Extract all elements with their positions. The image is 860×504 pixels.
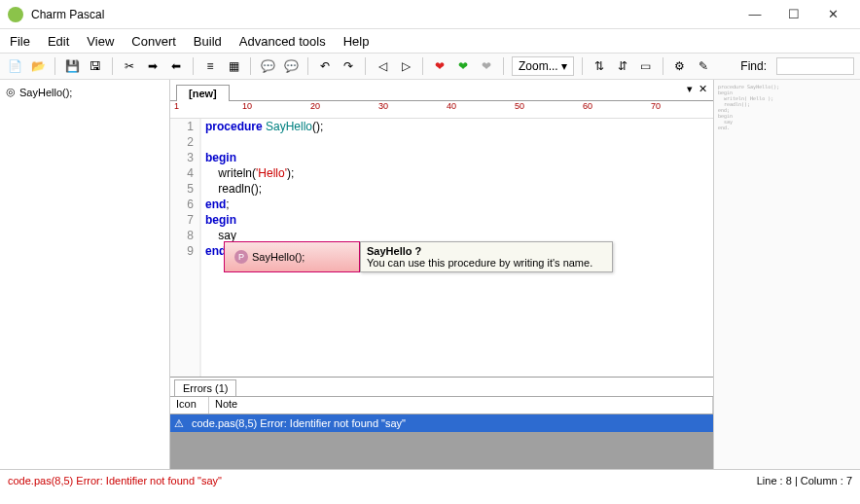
errors-col-note: Note: [209, 397, 713, 414]
statusbar: code.pas(8,5) Error: Identifier not foun…: [0, 469, 860, 490]
errors-panel: Errors (1) Icon Note ⚠ code.pas(8,5) Err…: [170, 377, 713, 469]
separator: [54, 57, 55, 75]
procedure-icon: ◎: [6, 86, 16, 98]
menu-convert[interactable]: Convert: [131, 34, 176, 49]
minimize-button[interactable]: —: [735, 1, 774, 28]
status-error: code.pas(8,5) Error: Identifier not foun…: [8, 475, 757, 486]
menu-advanced[interactable]: Advanced tools: [239, 34, 326, 49]
sort-asc-icon[interactable]: ⇅: [591, 57, 608, 75]
maximize-button[interactable]: ☐: [774, 1, 813, 28]
open-folder-icon[interactable]: 📂: [29, 57, 47, 75]
error-row[interactable]: ⚠ code.pas(8,5) Error: Identifier not fo…: [170, 414, 713, 432]
suggestion-item[interactable]: P SayHello();: [224, 241, 360, 272]
app-icon: [8, 7, 23, 22]
separator: [193, 57, 194, 75]
line-gutter: 123456789: [170, 119, 201, 377]
menubar: File Edit View Convert Build Advanced to…: [0, 29, 860, 53]
indent-icon[interactable]: ➡: [144, 57, 161, 75]
minimap[interactable]: procedure SayHello(); begin writeln( Hel…: [714, 80, 860, 469]
status-position: Line : 8 | Column : 7: [757, 475, 852, 486]
intellisense-tooltip: SayHello ? You can use this procedure by…: [360, 241, 613, 272]
error-note: code.pas(8,5) Error: Identifier not foun…: [192, 417, 406, 429]
comment-add-icon[interactable]: 💬: [259, 57, 276, 75]
tab-new[interactable]: [new]: [176, 85, 230, 101]
toolbar: 📄 📂 💾 🖫 ✂ ➡ ⬅ ≡ ▦ 💬 💬 ↶ ↷ ◁ ▷ ❤ ❤ ❤ Zoom…: [0, 53, 860, 80]
sidebar: ◎ SayHello();: [0, 80, 170, 469]
menu-edit[interactable]: Edit: [48, 34, 69, 49]
save-all-icon[interactable]: 🖫: [87, 57, 104, 75]
find-input[interactable]: [776, 57, 854, 75]
separator: [422, 57, 423, 75]
heart-green-icon[interactable]: ❤: [454, 57, 472, 75]
close-button[interactable]: ✕: [813, 1, 852, 28]
new-file-icon[interactable]: 📄: [6, 57, 23, 75]
menu-file[interactable]: File: [10, 34, 30, 49]
separator: [307, 57, 308, 75]
separator: [112, 57, 113, 75]
find-label: Find:: [740, 59, 767, 73]
heart-red-icon[interactable]: ❤: [431, 57, 448, 75]
separator: [582, 57, 583, 75]
cut-icon[interactable]: ✂: [121, 57, 138, 75]
separator: [663, 57, 663, 75]
sidebar-item-sayhello[interactable]: ◎ SayHello();: [6, 86, 163, 98]
ruler: 110203040506070: [170, 101, 713, 119]
window-icon[interactable]: ▭: [637, 57, 655, 75]
box-icon[interactable]: ▦: [225, 57, 242, 75]
edit-icon[interactable]: ✎: [695, 57, 712, 75]
outdent-icon[interactable]: ⬅: [167, 57, 185, 75]
menu-view[interactable]: View: [87, 34, 114, 49]
redo-icon[interactable]: ↷: [340, 57, 357, 75]
comment-remove-icon[interactable]: 💬: [282, 57, 300, 75]
heart-gray-icon[interactable]: ❤: [478, 57, 495, 75]
errors-tab[interactable]: Errors (1): [174, 379, 236, 396]
errors-col-icon: Icon: [170, 397, 209, 414]
list-icon[interactable]: ≡: [201, 57, 219, 75]
prev-icon[interactable]: ◁: [374, 57, 391, 75]
tab-close-icon[interactable]: ✕: [699, 83, 707, 95]
save-icon[interactable]: 💾: [63, 57, 81, 75]
separator: [250, 57, 251, 75]
separator: [503, 57, 504, 75]
sort-desc-icon[interactable]: ⇵: [614, 57, 631, 75]
menu-help[interactable]: Help: [343, 34, 370, 49]
sidebar-item-label: SayHello();: [19, 87, 72, 98]
separator: [365, 57, 366, 75]
settings-icon[interactable]: ⚙: [671, 57, 689, 75]
undo-icon[interactable]: ↶: [316, 57, 334, 75]
window-title: Charm Pascal: [31, 8, 735, 21]
editor-tabs: [new] ▾ ✕: [170, 80, 713, 101]
tooltip-title: SayHello ?: [367, 245, 606, 257]
menu-build[interactable]: Build: [194, 34, 222, 49]
tooltip-body: You can use this procedure by writing it…: [367, 257, 606, 269]
suggestion-label: SayHello();: [252, 251, 305, 263]
procedure-badge-icon: P: [234, 250, 248, 264]
next-icon[interactable]: ▷: [397, 57, 414, 75]
zoom-dropdown[interactable]: Zoom...▾: [512, 56, 574, 76]
tab-menu-icon[interactable]: ▾: [687, 83, 693, 95]
intellisense-popup: P SayHello(); SayHello ? You can use thi…: [224, 241, 613, 272]
warning-icon: ⚠: [174, 417, 184, 430]
